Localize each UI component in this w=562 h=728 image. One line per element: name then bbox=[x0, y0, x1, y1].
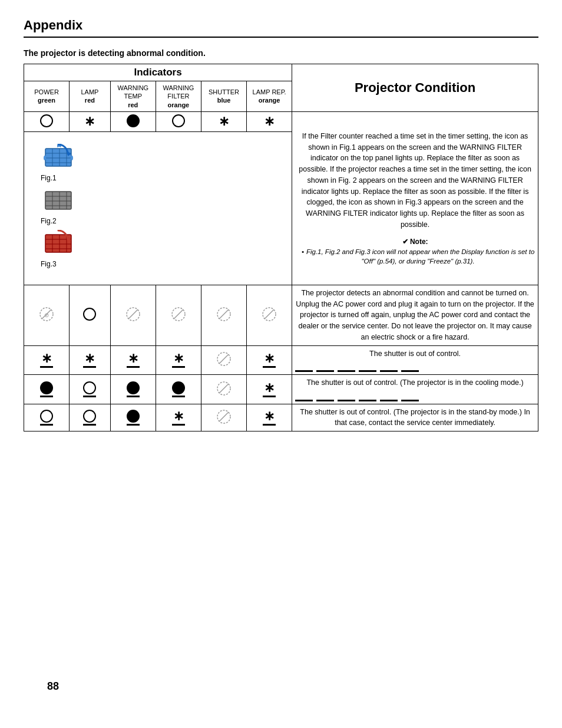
cell-r1-warning-temp bbox=[110, 111, 156, 131]
cell-r6-lamp-rep: ∗ bbox=[247, 404, 292, 431]
page-wrapper: Appendix The projector is detecting abno… bbox=[24, 18, 538, 710]
circle-sym-2 bbox=[40, 410, 53, 423]
asterisk-dash-7: ∗ bbox=[159, 410, 198, 426]
dash-11 bbox=[40, 424, 53, 426]
cell-r5-lamp bbox=[70, 375, 111, 404]
filled-sym-1 bbox=[40, 381, 53, 394]
blink-icon-1: ⊘ bbox=[38, 306, 55, 322]
condition-shutter-3-text: The shutter is out of control. (The proj… bbox=[300, 408, 530, 427]
fig3-item: Fig.3 bbox=[41, 230, 76, 268]
svg-line-35 bbox=[219, 354, 229, 364]
asterisk-dash-2: ∗ bbox=[72, 352, 107, 368]
blink-svg-7 bbox=[216, 380, 232, 397]
filled-sym-4 bbox=[127, 410, 140, 423]
svg-line-39 bbox=[219, 412, 229, 421]
dash-sep-2 bbox=[316, 370, 334, 372]
col-label-lamp: LAMP bbox=[81, 88, 98, 95]
cell-r6-warning-temp bbox=[110, 404, 156, 431]
dash-line-row-2 bbox=[295, 400, 535, 401]
cell-r6-shutter bbox=[201, 404, 246, 431]
dash-7 bbox=[83, 396, 96, 397]
asterisk-dash-4: ∗ bbox=[159, 352, 198, 368]
fig2-item: Fig.2 bbox=[41, 187, 76, 225]
cell-r5-shutter bbox=[201, 375, 246, 404]
dash-sep-11 bbox=[380, 400, 398, 401]
fig2-label: Fig.2 bbox=[41, 217, 76, 225]
dash-5 bbox=[263, 366, 276, 368]
condition-filter-text: If the Filter counter reached a time set… bbox=[299, 132, 531, 229]
col-color-lamp-rep: orange bbox=[250, 96, 289, 104]
fig1-icon bbox=[41, 144, 76, 171]
blink-svg-8 bbox=[216, 409, 232, 425]
circle-dash-3 bbox=[72, 410, 107, 426]
svg-rect-8 bbox=[45, 192, 71, 209]
filled-circle-icon bbox=[127, 114, 140, 127]
dash-9 bbox=[172, 396, 185, 397]
blink-icon-6 bbox=[216, 351, 232, 367]
cell-r6-warning-filter: ∗ bbox=[156, 404, 201, 431]
dash-14 bbox=[172, 424, 185, 426]
col-header-power: POWERgreen bbox=[24, 81, 70, 112]
svg-line-31 bbox=[219, 309, 229, 319]
col-color-shutter: blue bbox=[204, 96, 243, 104]
row-shutter-1: ∗ ∗ ∗ ∗ bbox=[24, 345, 538, 375]
blink-icon-3 bbox=[170, 306, 187, 322]
dash-sep-1 bbox=[295, 370, 313, 372]
dash-sep-5 bbox=[380, 370, 398, 372]
figs-container: Fig.1 Fig.2 bbox=[32, 138, 283, 279]
blink-icon-8 bbox=[216, 409, 232, 425]
cell-r5-warning-filter bbox=[156, 375, 201, 404]
condition-shutter-1-text: The shutter is out of control. bbox=[369, 350, 461, 358]
asterisk-icon: ∗ bbox=[84, 114, 95, 129]
asterisk-sym-3: ∗ bbox=[128, 352, 138, 365]
col-color-warning-filter: orange bbox=[159, 101, 198, 109]
indicators-header: Indicators bbox=[24, 64, 292, 81]
col-header-lamp-rep: LAMP REP.orange bbox=[247, 81, 292, 112]
asterisk-icon-3: ∗ bbox=[264, 114, 275, 129]
blink-svg-6 bbox=[216, 351, 232, 367]
cell-r5-power bbox=[24, 375, 70, 404]
dash-3 bbox=[127, 366, 140, 368]
condition-abnormal-text: The projector detects an abnormal condit… bbox=[296, 289, 534, 341]
asterisk-dash-6: ∗ bbox=[250, 381, 289, 397]
blink-svg-4 bbox=[216, 306, 232, 322]
asterisk-icon-2: ∗ bbox=[219, 114, 229, 129]
cell-r4-warning-filter: ∗ bbox=[156, 345, 201, 375]
col-color-power: green bbox=[27, 96, 66, 104]
blink-icon-7 bbox=[216, 380, 232, 397]
svg-line-33 bbox=[265, 309, 274, 319]
asterisk-sym-7: ∗ bbox=[173, 410, 184, 423]
row-shutter-3: ∗ ∗ The shutter is out of bbox=[24, 404, 538, 431]
col-color-warning-temp: red bbox=[114, 101, 153, 109]
dash-sep-3 bbox=[338, 370, 355, 372]
cell-r3-warning-filter bbox=[156, 285, 201, 345]
filled-sym-3 bbox=[172, 381, 185, 394]
cell-r6-power bbox=[24, 404, 70, 431]
col-header-warning-temp: WARNING TEMPred bbox=[110, 81, 156, 112]
cell-r4-warning-temp: ∗ bbox=[110, 345, 156, 375]
cell-r4-power: ∗ bbox=[24, 345, 70, 375]
figs-cell: Fig.1 Fig.2 bbox=[24, 131, 292, 285]
filled-dash-2 bbox=[114, 381, 153, 397]
circle-icon-3 bbox=[83, 308, 96, 321]
cell-r6-lamp bbox=[70, 404, 111, 431]
circle-dash-1 bbox=[72, 381, 107, 397]
condition-shutter-3: The shutter is out of control. (The proj… bbox=[292, 404, 538, 431]
asterisk-sym-5: ∗ bbox=[264, 352, 275, 365]
dash-6 bbox=[40, 396, 53, 397]
svg-line-37 bbox=[219, 384, 229, 393]
dash-15 bbox=[263, 424, 276, 426]
dash-4 bbox=[172, 366, 185, 368]
blink-icon-5 bbox=[261, 306, 277, 322]
asterisk-dash-1: ∗ bbox=[27, 352, 66, 368]
dash-sep-12 bbox=[401, 400, 419, 401]
condition-shutter-1: The shutter is out of control. bbox=[292, 345, 538, 375]
circle-icon bbox=[40, 114, 53, 127]
asterisk-sym-2: ∗ bbox=[84, 352, 95, 365]
dash-line-row-1 bbox=[295, 370, 535, 372]
asterisk-sym-6: ∗ bbox=[264, 381, 275, 394]
asterisk-dash-8: ∗ bbox=[250, 410, 289, 426]
dash-sep-7 bbox=[295, 400, 313, 401]
fig3-label: Fig.3 bbox=[41, 260, 76, 268]
cell-r4-lamp: ∗ bbox=[70, 345, 111, 375]
